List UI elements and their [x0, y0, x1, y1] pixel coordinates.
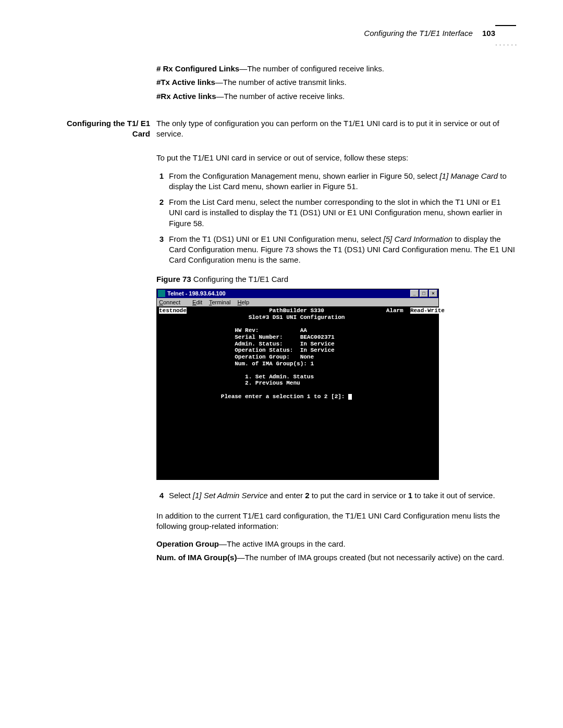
figure-caption-text: Configuring the T1/E1 Card — [191, 275, 289, 283]
maximize-button[interactable]: □ — [420, 290, 428, 297]
def-term: # Rx Configured Links — [156, 64, 239, 73]
window-titlebar[interactable]: Telnet - 198.93.64.100 _ □ × — [157, 289, 438, 298]
figure-label: Figure 73 — [156, 275, 191, 283]
menu-bar: Connect Edit Terminal Help — [157, 298, 438, 307]
section-title: Configuring the T1/E1 Interface — [364, 29, 472, 38]
menu-terminal[interactable]: Terminal — [209, 299, 231, 305]
step-2: From the List Card menu, select the numb… — [156, 197, 516, 229]
steps-list: From the Configuration Management menu, … — [156, 171, 516, 266]
menu-connect[interactable]: Connect — [159, 299, 186, 305]
def-desc: —The number of active transmit links. — [215, 78, 347, 87]
step-1: From the Configuration Management menu, … — [156, 171, 516, 192]
def-desc: —The active IMA groups in the card. — [219, 539, 346, 548]
intro-para-2: To put the T1/E1 UNI card in service or … — [156, 153, 516, 163]
terminal-output[interactable]: testnode PathBuilder S330 Alarm Read-Wri… — [157, 306, 438, 479]
tail-para: In addition to the current T1/E1 card co… — [156, 511, 516, 532]
telnet-window: Telnet - 198.93.64.100 _ □ × Connect Edi… — [156, 289, 439, 480]
cursor — [348, 394, 352, 400]
def-term: #Tx Active links — [156, 78, 215, 87]
menu-help[interactable]: Help — [238, 299, 250, 305]
def-desc: —The number of IMA groups created (but n… — [237, 553, 504, 562]
def-desc: —The number of configured receive links. — [239, 64, 384, 73]
definitions-top: # Rx Configured Links—The number of conf… — [156, 64, 516, 105]
node-name: testnode — [159, 307, 187, 314]
def-term: Num. of IMA Group(s) — [156, 553, 237, 562]
minimize-button[interactable]: _ — [410, 290, 419, 297]
header-dots: . . . . . . — [495, 41, 517, 46]
def-term: Operation Group — [156, 539, 219, 548]
page-number: 103 — [482, 29, 495, 38]
page: . . . . . . Configuring the T1/E1 Interf… — [0, 0, 563, 598]
close-button[interactable]: × — [429, 290, 437, 297]
figure-caption: Figure 73 Configuring the T1/E1 Card — [156, 274, 516, 285]
section-sidehead: Configuring the T1/ E1 Card — [47, 118, 156, 140]
step-4: Select [1] Set Admin Service and enter 2… — [156, 490, 516, 501]
step-3: From the T1 (DS1) UNI or E1 UNI Configur… — [156, 234, 516, 266]
window-title: Telnet - 198.93.64.100 — [167, 290, 410, 298]
header-rule — [495, 25, 516, 26]
steps-list-cont: Select [1] Set Admin Service and enter 2… — [156, 490, 516, 501]
app-icon — [158, 290, 165, 297]
menu-edit[interactable]: Edit — [192, 299, 202, 305]
def-term: #Rx Active links — [156, 92, 216, 101]
def-desc: —The number of active receive links. — [216, 92, 345, 101]
intro-para-1: The only type of configuration you can p… — [156, 118, 516, 140]
running-header: Configuring the T1/E1 Interface 103 — [47, 29, 516, 38]
